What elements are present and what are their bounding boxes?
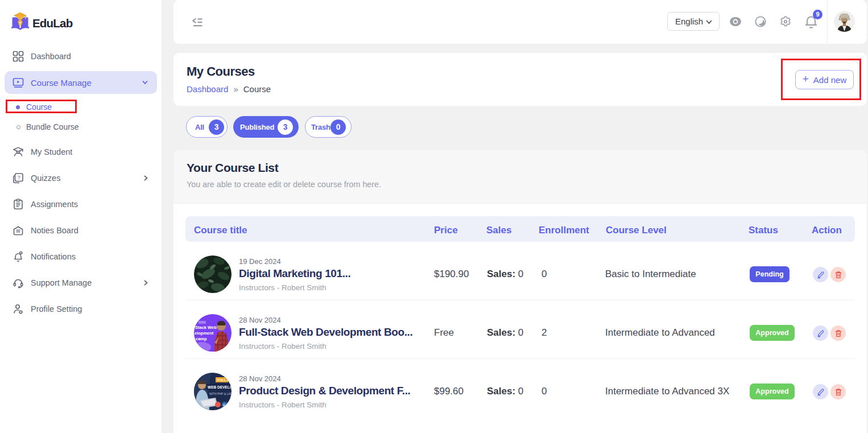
svg-text:WITH PHP & LAR: WITH PHP & LAR [209,392,232,395]
svg-text:Stack Web: Stack Web [195,325,217,330]
svg-text:camp: camp [196,336,207,341]
svg-text:FULL S: FULL S [217,378,229,382]
svg-text:elopment: elopment [195,331,214,336]
svg-text:G: G [223,403,225,407]
svg-text:?: ? [18,175,20,180]
svg-text:WEB DEVELOPM: WEB DEVELOPM [208,385,232,389]
